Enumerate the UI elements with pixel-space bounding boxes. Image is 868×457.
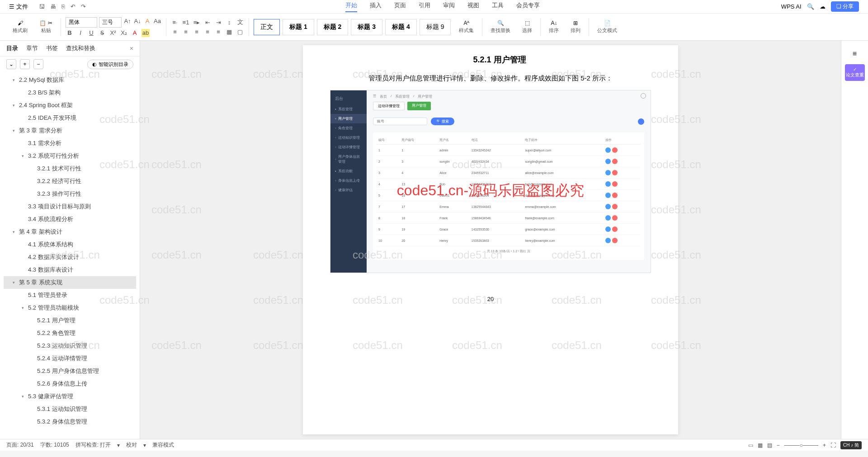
toc-item[interactable]: ▾3.2 系统可行性分析 — [4, 150, 136, 162]
smart-toc-button[interactable]: ◐ 智能识别目录 — [87, 60, 133, 69]
toc-item[interactable]: 5.3.2 身体信息管理 — [4, 415, 136, 428]
bold-icon[interactable]: B — [66, 29, 74, 37]
paper-mode-group[interactable]: 📄 公文模式 — [594, 20, 621, 34]
font-name-select[interactable]: 黑体 — [66, 17, 97, 28]
decrease-indent-icon[interactable]: ⇤ — [203, 18, 212, 26]
superscript-icon[interactable]: X² — [109, 29, 117, 37]
tab-view[interactable]: 视图 — [467, 1, 479, 12]
toc-item[interactable]: 3.4 系统流程分析 — [4, 213, 136, 226]
subscript-icon[interactable]: X₂ — [120, 29, 128, 37]
toc-item[interactable]: 2.3 B/S 架构 — [4, 86, 136, 99]
justify-icon[interactable]: ≡ — [203, 28, 212, 36]
shading-icon[interactable]: ▦ — [225, 28, 233, 36]
tab-tools[interactable]: 工具 — [492, 1, 504, 12]
zoom-slider[interactable]: ────○──── — [784, 442, 818, 448]
toc-item[interactable]: 5.2.2 角色管理 — [4, 327, 136, 339]
toc-item[interactable]: ▾第 3 章 需求分析 — [4, 124, 136, 137]
italic-icon[interactable]: I — [76, 29, 85, 37]
style-normal[interactable]: 正文 — [254, 19, 280, 35]
wps-ai-button[interactable]: WPS AI — [781, 3, 802, 10]
style-h4[interactable]: 标题 4 — [385, 19, 417, 35]
toc-item[interactable]: ▾第 5 章 系统实现 — [4, 276, 136, 289]
status-words[interactable]: 字数: 10105 — [40, 441, 69, 449]
align-left-icon[interactable]: ≡ — [171, 28, 179, 36]
tab-reference[interactable]: 引用 — [419, 1, 430, 12]
nav-tab-chapter[interactable]: 章节 — [26, 44, 38, 52]
redo-icon[interactable]: ↷ — [81, 3, 86, 10]
toc-item[interactable]: 4.3 数据库表设计 — [4, 264, 136, 276]
style-h2[interactable]: 标题 2 — [317, 19, 349, 35]
underline-icon[interactable]: U — [87, 29, 95, 37]
thesis-check-button[interactable]: ✓ 论文查重 — [845, 64, 865, 81]
multilevel-icon[interactable]: ≡▸ — [193, 18, 201, 26]
undo-icon[interactable]: ↶ — [71, 3, 75, 10]
toc-item[interactable]: 4.1 系统体系结构 — [4, 238, 136, 251]
format-brush-icon[interactable]: 🖌 — [18, 20, 23, 26]
toc-item[interactable]: 3.2.3 操作可行性 — [4, 188, 136, 200]
find-replace-group[interactable]: 🔍 查找替换 — [487, 20, 514, 34]
copy-icon[interactable]: 📋 — [39, 20, 46, 26]
status-spell[interactable]: 拼写检查: 打开 — [75, 441, 111, 449]
font-size-select[interactable]: 三号 — [99, 17, 122, 28]
nav-add-icon[interactable]: + — [20, 59, 30, 69]
hamburger-icon[interactable]: ☰ — [9, 3, 14, 10]
sort-group[interactable]: A↓ 排序 — [545, 20, 562, 34]
toc-item[interactable]: 3.2.2 经济可行性 — [4, 175, 136, 188]
nav-dropdown-icon[interactable]: ⌄ — [6, 59, 16, 69]
numbering-icon[interactable]: ≡1 — [182, 18, 190, 26]
tab-start[interactable]: 开始 — [345, 1, 357, 12]
print-icon[interactable]: 🖶 — [50, 3, 56, 10]
toc-item[interactable]: 3.3 项目设计目标与原则 — [4, 200, 136, 213]
style-h3[interactable]: 标题 3 — [351, 19, 382, 35]
view-page-icon[interactable]: ▭ — [748, 442, 753, 448]
toc-item[interactable]: ▾5.3 健康评估管理 — [4, 390, 136, 403]
collapse-icon[interactable]: ≡ — [853, 50, 857, 58]
toc-item[interactable]: 3.1 需求分析 — [4, 137, 136, 150]
view-web-icon[interactable]: ▦ — [758, 442, 763, 448]
style-set-group[interactable]: Aᴬ 样式集 — [455, 20, 477, 34]
nav-tab-bookmark[interactable]: 书签 — [46, 44, 58, 52]
clear-format-icon[interactable]: A — [143, 17, 151, 25]
tab-page[interactable]: 页面 — [394, 1, 406, 12]
increase-indent-icon[interactable]: ⇥ — [214, 18, 222, 26]
zoom-in-icon[interactable]: + — [823, 442, 826, 448]
file-menu[interactable]: 文件 — [16, 3, 28, 11]
toc-item[interactable]: 3.2.1 技术可行性 — [4, 162, 136, 175]
toc-item[interactable]: 4.2 数据库实体设计 — [4, 251, 136, 264]
status-page[interactable]: 页面: 20/31 — [6, 441, 34, 449]
font-color-icon[interactable]: A — [131, 29, 139, 37]
strike-icon[interactable]: S̶ — [98, 29, 106, 37]
borders-icon[interactable]: ▢ — [236, 28, 244, 36]
close-nav-icon[interactable]: × — [130, 45, 133, 52]
nav-tab-find[interactable]: 查找和替换 — [66, 44, 95, 52]
bullets-icon[interactable]: ≡· — [171, 18, 179, 26]
increase-font-icon[interactable]: A↑ — [123, 17, 132, 25]
toc-item[interactable]: 5.2.3 运动知识管理 — [4, 339, 136, 352]
text-direction-icon[interactable]: 文 — [236, 18, 244, 26]
decrease-font-icon[interactable]: A↓ — [133, 17, 142, 25]
toc-item[interactable]: 2.5 IDEA 开发环境 — [4, 112, 136, 124]
toc-item[interactable]: ▾2.4 Spring Boot 框架 — [4, 99, 136, 112]
align-right-icon[interactable]: ≡ — [193, 28, 201, 36]
toc-item[interactable]: ▾第 4 章 架构设计 — [4, 226, 136, 238]
select-group[interactable]: ⬚ 选择 — [519, 20, 536, 34]
cloud-icon[interactable]: ☁ — [820, 3, 826, 10]
save-icon[interactable]: 🖫 — [39, 3, 45, 10]
toc-item[interactable]: ▾2.2 MySql 数据库 — [4, 74, 136, 86]
nav-tab-toc[interactable]: 目录 — [6, 44, 18, 52]
highlight-icon[interactable]: ab — [142, 29, 150, 37]
tab-member[interactable]: 会员专享 — [516, 1, 540, 12]
tab-review[interactable]: 审阅 — [443, 1, 455, 12]
status-proof[interactable]: 校对 — [126, 441, 137, 449]
style-h1[interactable]: 标题 1 — [283, 19, 314, 35]
nav-remove-icon[interactable]: − — [33, 59, 43, 69]
document-area[interactable]: 5.2.1 用户管理 管理员对用户信息管理进行详情、删除、修改操作。程序成效图如… — [140, 41, 841, 439]
fullscreen-icon[interactable]: ⛶ — [830, 442, 836, 448]
ime-badge[interactable]: CH ♪ 简 — [840, 441, 862, 449]
distribute-icon[interactable]: ≡ — [214, 28, 222, 36]
toc-item[interactable]: 5.2.5 用户身体信息管理 — [4, 365, 136, 377]
line-spacing-icon[interactable]: ↕ — [225, 18, 233, 26]
zoom-out-icon[interactable]: − — [777, 442, 780, 448]
preview-icon[interactable]: ⎘ — [61, 3, 65, 10]
cut-icon[interactable]: ✂ — [48, 20, 52, 26]
